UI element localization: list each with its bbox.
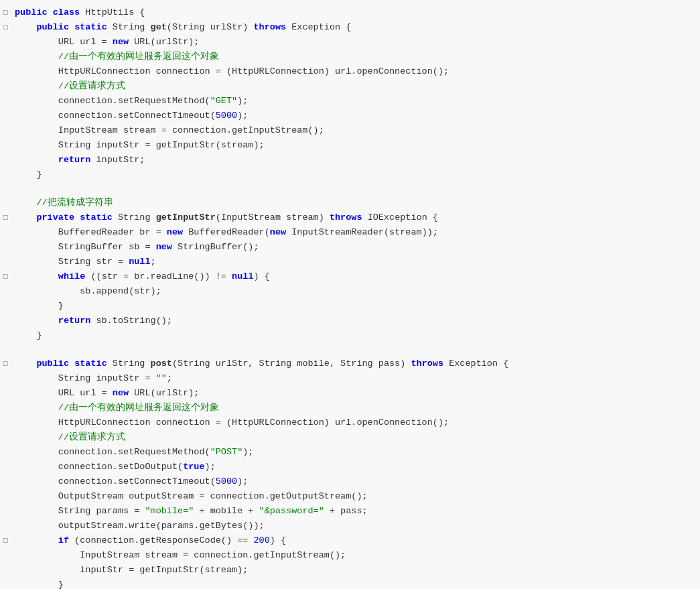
line-gutter: □ [0,357,12,371]
line-code: InputStream stream = connection.getInput… [12,124,324,137]
line-code: return sb.toString(); [12,314,172,328]
line-gutter: □ [0,270,12,283]
code-line: URL url = new URL(urlStr); [0,35,700,50]
line-code: InputStream stream = connection.getInput… [12,549,346,562]
line-gutter: □ [0,534,12,547]
line-code: inputStr = getInputStr(stream); [12,564,248,577]
code-line: StringBuffer sb = new StringBuffer(); [0,240,700,255]
line-code: URL url = new URL(urlStr); [12,387,199,400]
line-code: HttpURLConnection connection = (HttpURLC… [12,416,449,430]
code-line: String inputStr = getInputStr(stream); [0,138,700,153]
line-code: connection.setRequestMethod("POST"); [12,446,253,459]
line-code: String inputStr = ""; [12,372,172,385]
code-line: OutputStream outputStream = connection.g… [0,489,700,504]
code-line: □ private static String getInputStr(Inpu… [0,210,700,225]
code-line: String params = "mobile=" + mobile + "&p… [0,504,700,519]
code-line: //由一个有效的网址服务返回这个对象 [0,50,700,64]
code-line: connection.setRequestMethod("POST"); [0,445,700,460]
line-code: String inputStr = getInputStr(stream); [12,139,265,152]
line-code: sb.append(str); [12,285,161,298]
code-line: □ while ((str = br.readLine()) != null) … [0,269,700,284]
line-code: connection.setConnectTimeout(5000); [12,109,248,123]
line-code: String str = null; [12,255,156,269]
code-line: connection.setConnectTimeout(5000); [0,109,700,123]
line-code: StringBuffer sb = new StringBuffer(); [12,241,259,254]
code-line: sb.append(str); [0,284,700,299]
line-code: if (connection.getResponseCode() == 200)… [12,534,286,547]
line-code: return inputStr; [12,153,145,167]
line-code: OutputStream outputStream = connection.g… [12,490,368,503]
code-line: String str = null; [0,255,700,269]
code-line: connection.setRequestMethod("GET"); [0,94,700,109]
code-line: □ if (connection.getResponseCode() == 20… [0,533,700,548]
code-line: } [0,299,700,314]
code-line: HttpURLConnection connection = (HttpURLC… [0,415,700,430]
line-code: } [12,168,42,182]
code-line: InputStream stream = connection.getInput… [0,548,700,563]
line-code: //由一个有效的网址服务返回这个对象 [12,50,219,64]
code-line [0,182,700,196]
code-line: //把流转成字符串 [0,196,700,210]
line-code: while ((str = br.readLine()) != null) { [12,270,270,283]
code-line: //由一个有效的网址服务返回这个对象 [0,401,700,415]
code-line: □ public static String post(String urlSt… [0,356,700,371]
code-line: connection.setConnectTimeout(5000); [0,474,700,489]
line-gutter: □ [0,211,12,224]
line-code: //设置请求方式 [12,80,125,93]
line-code: HttpURLConnection connection = (HttpURLC… [12,65,449,78]
code-line: } [0,328,700,343]
line-code: String params = "mobile=" + mobile + "&p… [12,505,368,518]
code-line: return inputStr; [0,153,700,168]
code-line [0,343,700,356]
line-code: //把流转成字符串 [12,196,113,210]
code-line: □public class HttpUtils { [0,5,700,20]
code-container: □public class HttpUtils {□ public static… [0,0,700,589]
code-line: □ public static String get(String urlStr… [0,20,700,35]
line-code: //设置请求方式 [12,431,125,444]
line-code: private static String getInputStr(InputS… [12,211,438,224]
line-code: public class HttpUtils { [12,6,145,19]
line-code: outputStream.write(params.getBytes()); [12,519,265,533]
line-code: } [12,578,64,589]
line-gutter: □ [0,21,12,34]
line-code: connection.setRequestMethod("GET"); [12,94,248,108]
code-line: InputStream stream = connection.getInput… [0,123,700,138]
code-line: connection.setDoOutput(true); [0,460,700,474]
line-code: connection.setConnectTimeout(5000); [12,475,248,488]
code-line: inputStr = getInputStr(stream); [0,563,700,578]
line-gutter: □ [0,6,12,19]
line-code: BufferedReader br = new BufferedReader(n… [12,226,438,239]
line-code: URL url = new URL(urlStr); [12,36,199,49]
code-line: String inputStr = ""; [0,371,700,386]
code-line: outputStream.write(params.getBytes()); [0,519,700,533]
code-line: } [0,578,700,589]
line-code: //由一个有效的网址服务返回这个对象 [12,401,219,415]
code-line: URL url = new URL(urlStr); [0,386,700,401]
line-code: } [12,300,64,313]
line-code: public static String get(String urlStr) … [12,21,351,34]
code-line: BufferedReader br = new BufferedReader(n… [0,225,700,240]
code-line: //设置请求方式 [0,79,700,94]
line-code: connection.setDoOutput(true); [12,460,216,474]
line-code: } [12,329,42,342]
code-line: //设置请求方式 [0,430,700,445]
code-line: HttpURLConnection connection = (HttpURLC… [0,64,700,79]
line-code: public static String post(String urlStr,… [12,357,508,371]
code-line: } [0,168,700,182]
code-line: return sb.toString(); [0,314,700,328]
